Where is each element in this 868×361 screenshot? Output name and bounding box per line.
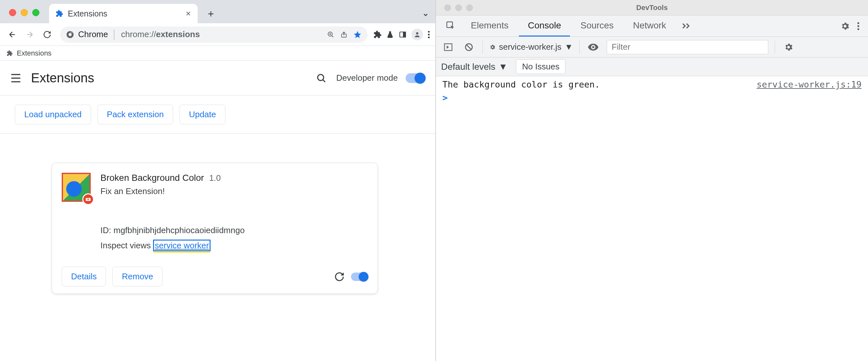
toolbar-right [373, 29, 430, 40]
log-levels-selector[interactable]: Default levels ▼ [441, 62, 507, 72]
svg-point-8 [428, 34, 430, 35]
browser-tab[interactable]: Extensions [49, 4, 197, 23]
unpacked-badge-icon [82, 193, 94, 205]
pack-extension-button[interactable]: Pack extension [97, 104, 173, 124]
back-button[interactable] [5, 27, 20, 42]
console-log-source[interactable]: service-worker.js:19 [756, 80, 862, 89]
tabs-dropdown-button[interactable] [423, 11, 429, 18]
tab-sources[interactable]: Sources [571, 16, 623, 36]
zoom-icon[interactable] [327, 31, 335, 38]
devtools-tabs: Elements Console Sources Network [436, 16, 868, 37]
developer-mode-label: Developer mode [336, 73, 398, 83]
console-log-row: The background color is green. service-w… [442, 80, 862, 89]
share-icon[interactable] [340, 31, 347, 38]
update-button[interactable]: Update [180, 104, 225, 124]
svg-point-9 [428, 36, 430, 38]
developer-mode-row: Developer mode [336, 73, 425, 83]
forward-button[interactable] [23, 27, 37, 42]
reload-button[interactable] [40, 27, 54, 42]
chevron-down-icon: ▼ [499, 62, 507, 72]
devtools-menu-icon[interactable] [857, 22, 860, 31]
svg-point-7 [428, 31, 430, 32]
profile-avatar[interactable] [411, 29, 423, 40]
issues-button[interactable]: No Issues [516, 59, 566, 74]
tab-strip: Extensions [0, 0, 435, 23]
extensions-icon[interactable] [373, 30, 382, 39]
page-title: Extensions [31, 71, 306, 85]
new-tab-button[interactable] [203, 6, 219, 22]
bookmark-label[interactable]: Extensions [17, 49, 52, 58]
omnibox-origin: Chrome [78, 29, 108, 39]
window-controls [0, 9, 39, 23]
developer-actions: Load unpacked Pack extension Update [0, 96, 435, 134]
chrome-menu-icon[interactable] [428, 30, 430, 39]
svg-point-16 [857, 28, 859, 30]
chevron-down-icon: ▼ [565, 42, 573, 52]
omnibox-url: chrome://extensions [121, 29, 200, 39]
minimize-window-button[interactable] [21, 9, 28, 16]
developer-mode-toggle[interactable] [406, 73, 425, 83]
site-info-icon[interactable] [66, 30, 74, 39]
console-toolbar-secondary: Default levels ▼ No Issues [436, 58, 868, 76]
side-panel-icon[interactable] [399, 31, 407, 38]
bookmark-star-icon[interactable] [353, 30, 362, 39]
close-tab-button[interactable] [185, 11, 191, 17]
execution-context-selector[interactable]: service-worker.js ▼ [489, 42, 573, 52]
details-button[interactable]: Details [62, 267, 106, 287]
extensions-list: Broken Background Color 1.0 Fix an Exten… [0, 134, 435, 361]
card-actions: Details Remove [62, 267, 368, 287]
close-window-button[interactable] [9, 9, 16, 16]
tab-network[interactable]: Network [624, 16, 675, 36]
svg-point-6 [416, 32, 418, 34]
more-tabs-icon[interactable] [677, 16, 696, 36]
settings-icon[interactable] [840, 21, 850, 31]
devtools-title: DevTools [436, 4, 868, 12]
address-bar[interactable]: Chrome │ chrome://extensions [60, 27, 368, 42]
console-output: The background color is green. service-w… [436, 76, 868, 361]
bookmark-extension-icon [6, 50, 13, 57]
context-label: service-worker.js [499, 42, 562, 52]
menu-icon[interactable] [10, 73, 21, 83]
console-prompt[interactable]: > [442, 89, 862, 103]
svg-point-12 [88, 199, 89, 201]
remove-button[interactable]: Remove [113, 267, 162, 287]
svg-rect-5 [403, 32, 406, 37]
maximize-window-button[interactable] [32, 9, 39, 16]
live-expression-icon[interactable] [586, 40, 600, 54]
svg-point-10 [318, 74, 324, 81]
extension-card: Broken Background Color 1.0 Fix an Exten… [52, 163, 378, 294]
svg-point-15 [857, 25, 859, 27]
inspect-views-row: Inspect views service worker [100, 241, 245, 250]
devtools-titlebar: DevTools [436, 0, 868, 16]
bookmarks-bar: Extensions [0, 46, 435, 61]
console-toolbar: service-worker.js ▼ [436, 37, 868, 58]
browser-toolbar: Chrome │ chrome://extensions [0, 23, 435, 46]
inspect-element-icon[interactable] [440, 16, 461, 36]
extension-id-row: ID: mgfbhjnibhjdehcphiocaoiediidmngo [100, 225, 245, 235]
extension-name: Broken Background Color [100, 173, 204, 183]
labs-icon[interactable] [386, 30, 394, 39]
devtools-window: DevTools Elements Console Sources Networ… [436, 0, 868, 361]
console-filter-input[interactable] [607, 40, 768, 54]
extension-id: mgfbhjnibhjdehcphiocaoiediidmngo [113, 225, 244, 235]
console-settings-icon[interactable] [781, 40, 796, 54]
extensions-header: Extensions Developer mode [0, 61, 435, 96]
load-unpacked-button[interactable]: Load unpacked [15, 104, 91, 124]
svg-point-19 [592, 46, 594, 48]
reload-extension-icon[interactable] [334, 272, 345, 282]
tab-elements[interactable]: Elements [462, 16, 518, 36]
extension-version: 1.0 [209, 173, 221, 183]
extension-icon [56, 10, 63, 18]
service-worker-link[interactable]: service worker [153, 240, 211, 251]
clear-console-icon[interactable] [462, 40, 476, 54]
search-icon[interactable] [316, 73, 327, 83]
omnibox-separator: │ [112, 29, 117, 39]
extension-meta: Broken Background Color 1.0 Fix an Exten… [100, 173, 245, 250]
omnibox-actions [327, 30, 362, 39]
extension-description: Fix an Extension! [100, 186, 245, 196]
extensions-page: Extensions Developer mode Load unpacked … [0, 61, 435, 361]
tab-title: Extensions [68, 9, 181, 19]
extension-enable-toggle[interactable] [351, 273, 368, 281]
tab-console[interactable]: Console [519, 16, 570, 36]
toggle-sidebar-icon[interactable] [441, 40, 455, 54]
